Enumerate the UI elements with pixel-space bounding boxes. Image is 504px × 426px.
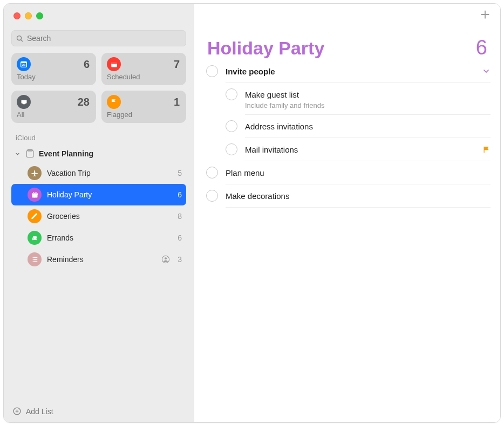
sidebar-list-item[interactable]: Reminders3 <box>11 249 186 270</box>
search-field[interactable] <box>11 30 186 46</box>
smart-today-label: Today <box>17 73 90 81</box>
smart-list-today[interactable]: 23 6 Today <box>11 53 96 85</box>
gift-icon <box>28 188 42 202</box>
search-icon <box>16 35 24 43</box>
add-list-button[interactable]: Add List <box>4 400 194 422</box>
svg-line-1 <box>21 39 23 41</box>
zoom-button[interactable] <box>36 12 43 19</box>
car-icon <box>28 231 42 245</box>
tray-icon <box>17 95 31 109</box>
svg-rect-9 <box>26 150 33 157</box>
list-count: 3 <box>174 255 182 264</box>
reminder-row[interactable]: Plan menu <box>206 166 491 179</box>
search-input[interactable] <box>27 34 182 43</box>
sidebar: 23 6 Today 7 Scheduled <box>4 4 194 422</box>
list-count: 6 <box>174 190 182 199</box>
main-toolbar <box>194 4 500 28</box>
reminder-row[interactable]: Invite people <box>206 65 491 78</box>
add-list-label: Add List <box>26 407 53 416</box>
sidebar-list-item[interactable]: Groceries8 <box>11 205 186 227</box>
smart-today-count: 6 <box>84 58 90 71</box>
smart-scheduled-label: Scheduled <box>107 73 180 81</box>
reminder-title: Make guest list <box>245 90 299 99</box>
airplane-icon <box>28 166 42 180</box>
smart-all-label: All <box>17 111 90 119</box>
calendar-today-icon: 23 <box>17 57 31 71</box>
reminder-title: Invite people <box>226 67 275 76</box>
smart-lists: 23 6 Today 7 Scheduled <box>4 53 194 123</box>
list-count: 6 <box>476 36 487 59</box>
reminder-title: Make decorations <box>226 191 289 201</box>
main-panel: Holiday Party 6 Invite peopleMake guest … <box>194 4 500 422</box>
app-window: 23 6 Today 7 Scheduled <box>3 3 501 423</box>
reminder-note: Include family and friends <box>245 101 491 109</box>
minimize-button[interactable] <box>25 12 32 19</box>
list-name: Errands <box>47 233 174 242</box>
svg-point-21 <box>165 257 167 259</box>
calendar-icon <box>107 57 121 71</box>
reminders-list: Invite peopleMake guest listInclude fami… <box>194 64 500 212</box>
list-name: Groceries <box>47 212 174 221</box>
folder-icon <box>25 148 36 159</box>
complete-toggle[interactable] <box>226 143 237 155</box>
smart-flagged-label: Flagged <box>107 111 180 119</box>
list-name: Vacation Trip <box>47 169 174 177</box>
add-reminder-button[interactable] <box>480 9 491 22</box>
shared-icon <box>161 255 170 264</box>
close-button[interactable] <box>13 12 21 19</box>
complete-toggle[interactable] <box>206 190 218 202</box>
plus-icon <box>480 9 491 20</box>
reminder-title: Mail invitations <box>245 145 298 154</box>
flag-icon <box>482 146 491 154</box>
list-count: 5 <box>174 169 182 177</box>
smart-list-flagged[interactable]: 1 Flagged <box>101 91 186 123</box>
svg-point-17 <box>32 257 32 258</box>
smart-list-scheduled[interactable]: 7 Scheduled <box>101 53 186 85</box>
list-name: Reminders <box>47 255 161 264</box>
smart-scheduled-count: 7 <box>174 58 180 71</box>
smart-list-all[interactable]: 28 All <box>11 91 96 123</box>
smart-flagged-count: 1 <box>174 96 180 108</box>
sidebar-list-item[interactable]: Holiday Party6 <box>11 184 186 205</box>
complete-toggle[interactable] <box>206 65 218 77</box>
reminder-row[interactable]: Mail invitations <box>226 143 491 156</box>
svg-point-18 <box>32 259 32 259</box>
list-count: 6 <box>174 233 182 242</box>
expand-subtasks-button[interactable] <box>482 67 491 75</box>
reminder-row[interactable]: Address invitations <box>226 120 491 133</box>
reminder-row[interactable]: Make guest listInclude family and friend… <box>226 88 491 109</box>
sidebar-tree: Event Planning Vacation Trip5Holiday Par… <box>4 145 194 270</box>
folder-event-planning[interactable]: Event Planning <box>11 145 186 162</box>
sidebar-list-item[interactable]: Vacation Trip5 <box>11 162 186 184</box>
plus-circle-icon <box>12 407 22 416</box>
svg-rect-13 <box>34 193 35 197</box>
list-title: Holiday Party <box>207 38 324 59</box>
chevron-down-icon <box>15 151 21 157</box>
complete-toggle[interactable] <box>226 120 237 132</box>
reminder-title: Plan menu <box>226 168 264 177</box>
list-icon <box>28 252 42 266</box>
reminder-row[interactable]: Make decorations <box>206 189 491 202</box>
complete-toggle[interactable] <box>226 88 237 100</box>
smart-all-count: 28 <box>78 96 90 108</box>
account-label: iCloud <box>4 123 194 145</box>
list-header: Holiday Party 6 <box>194 28 500 64</box>
reminder-title: Address invitations <box>245 122 313 131</box>
svg-point-19 <box>32 261 32 262</box>
pencil-icon <box>28 209 42 223</box>
folder-name: Event Planning <box>39 149 93 158</box>
sidebar-list-item[interactable]: Errands6 <box>11 227 186 249</box>
flag-icon <box>107 95 121 109</box>
list-count: 8 <box>174 212 182 221</box>
list-name: Holiday Party <box>47 190 174 199</box>
complete-toggle[interactable] <box>206 167 218 178</box>
window-controls <box>4 4 194 19</box>
svg-text:23: 23 <box>22 63 26 66</box>
